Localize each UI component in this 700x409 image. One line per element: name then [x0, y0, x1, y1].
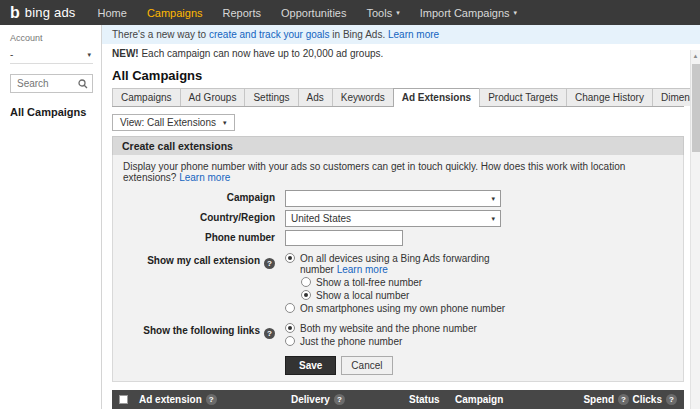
top-nav: Home Campaigns Reports Opportunities Too… — [98, 7, 518, 19]
country-region-label: Country/Region — [123, 210, 285, 223]
search-icon[interactable] — [78, 79, 88, 89]
create-track-goals-link[interactable]: create and track your goals — [209, 29, 330, 40]
brand-name: bing ads — [25, 5, 76, 20]
chevron-down-icon: ▾ — [491, 195, 495, 202]
help-icon[interactable]: ? — [666, 394, 677, 405]
column-delivery[interactable]: Delivery? — [291, 394, 409, 405]
radio-button-icon — [285, 253, 295, 263]
radio-button-icon — [285, 323, 295, 333]
radio-button-icon — [285, 303, 295, 313]
sidebar-item-all-campaigns[interactable]: All Campaigns — [10, 106, 93, 118]
radio-local-number[interactable]: Show a local number — [301, 290, 522, 301]
form-actions: Save Cancel — [285, 356, 673, 375]
radio-phone-only[interactable]: Just the phone number — [285, 336, 477, 347]
help-icon[interactable]: ? — [264, 328, 275, 339]
phone-number-input[interactable] — [285, 230, 403, 246]
ad-extensions-table: Ad extension? Delivery? Status Campaign … — [112, 390, 684, 409]
radio-button-icon — [301, 290, 311, 300]
help-icon[interactable]: ? — [334, 394, 345, 405]
cancel-button[interactable]: Cancel — [341, 356, 392, 375]
column-ad-extension[interactable]: Ad extension? — [139, 394, 291, 405]
notice-text: in Bing Ads. — [330, 29, 388, 40]
nav-import-campaigns[interactable]: Import Campaigns ▾ — [420, 7, 517, 19]
save-button[interactable]: Save — [285, 356, 336, 375]
phone-form-row: Phone number — [123, 230, 673, 246]
forwarding-learn-more-link[interactable]: Learn more — [337, 264, 388, 275]
tab-change-history[interactable]: Change History — [566, 88, 653, 106]
help-icon[interactable]: ? — [206, 394, 217, 405]
show-call-extension-label: Show my call extension? — [123, 253, 285, 269]
nav-reports[interactable]: Reports — [223, 7, 262, 19]
chevron-down-icon: ▾ — [491, 215, 495, 222]
account-value: - — [10, 49, 13, 60]
nav-opportunities[interactable]: Opportunities — [281, 7, 346, 19]
help-icon[interactable]: ? — [618, 394, 629, 405]
account-label: Account — [10, 33, 93, 43]
show-following-links-label: Show the following links? — [123, 323, 285, 339]
tab-campaigns[interactable]: Campaigns — [112, 88, 181, 106]
select-all-cell — [119, 395, 139, 404]
help-icon[interactable]: ? — [264, 258, 275, 269]
tab-ad-groups[interactable]: Ad Groups — [180, 88, 246, 106]
campaign-tabs: Campaigns Ad Groups Settings Ads Keyword… — [112, 88, 684, 107]
sidebar: Account - ▾ All Campaigns — [0, 25, 102, 409]
scroll-up-arrow-icon[interactable]: ▲ — [691, 50, 700, 62]
chevron-down-icon: ▾ — [396, 9, 400, 16]
new-badge: NEW! — [112, 48, 139, 59]
campaign-form-row: Campaign ▾ — [123, 190, 673, 207]
chevron-down-icon: ▾ — [514, 9, 518, 16]
nav-campaigns[interactable]: Campaigns — [147, 7, 203, 19]
column-clicks[interactable]: Clicks? — [629, 394, 677, 405]
following-links-row: Show the following links? Both my websit… — [123, 323, 673, 349]
chevron-down-icon: ▾ — [87, 51, 91, 58]
main-content: There's a new way to create and track yo… — [102, 25, 700, 409]
tab-keywords[interactable]: Keywords — [332, 88, 394, 106]
notice-text: There's a new way to — [112, 29, 209, 40]
account-selector[interactable]: - ▾ — [10, 47, 93, 64]
section-title: Create call extensions — [112, 136, 684, 155]
country-form-row: Country/Region United States ▾ — [123, 210, 673, 227]
call-extension-row: Show my call extension? On all devices u… — [123, 253, 673, 316]
notice-text: Each campaign can now have up to 20,000 … — [139, 48, 384, 59]
campaign-select[interactable]: ▾ — [285, 190, 501, 207]
radio-toll-free-number[interactable]: Show a toll-free number — [301, 277, 522, 288]
tab-settings[interactable]: Settings — [244, 88, 298, 106]
tab-ad-extensions[interactable]: Ad Extensions — [393, 88, 480, 107]
search-input[interactable] — [15, 77, 77, 90]
radio-button-icon — [285, 336, 295, 346]
chevron-down-icon: ▾ — [223, 119, 227, 126]
goals-learn-more-link[interactable]: Learn more — [388, 29, 439, 40]
bing-ads-logo[interactable]: b bing ads — [10, 5, 76, 21]
goals-notice-banner: There's a new way to create and track yo… — [102, 25, 700, 44]
phone-number-label: Phone number — [123, 230, 285, 243]
nav-tools[interactable]: Tools ▾ — [366, 7, 399, 19]
country-region-select[interactable]: United States ▾ — [285, 210, 501, 227]
create-call-extensions-section: Create call extensions Display your phon… — [112, 136, 684, 382]
section-intro: Display your phone number with your ads … — [123, 161, 673, 183]
column-spend[interactable]: Spend? — [571, 394, 629, 405]
table-header-row: Ad extension? Delivery? Status Campaign … — [112, 390, 684, 409]
radio-forwarding-number[interactable]: On all devices using a Bing Ads forwardi… — [285, 253, 522, 275]
column-campaign[interactable]: Campaign — [455, 394, 571, 405]
sidebar-search — [10, 74, 93, 93]
nav-home[interactable]: Home — [98, 7, 127, 19]
tab-ads[interactable]: Ads — [298, 88, 333, 106]
radio-button-icon — [301, 277, 311, 287]
scrollbar-thumb[interactable] — [692, 64, 700, 152]
vertical-scrollbar[interactable]: ▲ — [690, 50, 700, 409]
page-title: All Campaigns — [112, 68, 684, 83]
column-status[interactable]: Status — [409, 394, 455, 405]
select-all-checkbox[interactable] — [119, 395, 128, 404]
location-extensions-learn-more-link[interactable]: Learn more — [179, 172, 230, 183]
tab-product-targets[interactable]: Product Targets — [479, 88, 567, 106]
view-bar: View: Call Extensions ▾ — [112, 112, 684, 131]
radio-website-and-phone[interactable]: Both my website and the phone number — [285, 323, 477, 334]
top-navigation-bar: b bing ads Home Campaigns Reports Opport… — [0, 0, 700, 25]
campaign-label: Campaign — [123, 190, 285, 203]
bing-logo-icon: b — [10, 5, 20, 21]
new-feature-notice: NEW! Each campaign can now have up to 20… — [102, 44, 700, 63]
radio-smartphone-own-number[interactable]: On smartphones using my own phone number — [285, 303, 522, 314]
view-call-extensions-dropdown[interactable]: View: Call Extensions ▾ — [112, 114, 235, 131]
